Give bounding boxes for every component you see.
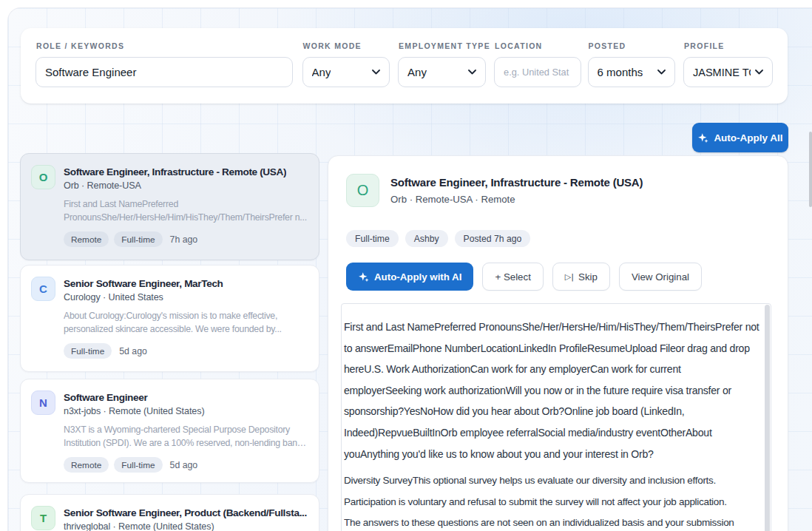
sparkle-icon (358, 271, 369, 283)
job-company: Curology · United States (64, 292, 223, 302)
job-detail-panel: O Software Engineer, Infrastructure - Re… (328, 155, 788, 531)
work-mode-label: WORK MODE (303, 41, 390, 50)
skip-icon: ▷| (565, 272, 574, 282)
skip-button[interactable]: ▷| Skip (552, 263, 610, 291)
job-company: n3xt-jobs · Remote (United States) (64, 406, 204, 416)
job-card[interactable]: O Software Engineer, Infrastructure - Re… (20, 153, 319, 260)
job-card[interactable]: C Senior Software Engineer, MarTech Curo… (20, 265, 319, 372)
chevron-down-icon (755, 70, 763, 75)
work-mode-select[interactable]: Any (302, 57, 390, 87)
company-avatar: N (31, 390, 55, 415)
location-label: LOCATION (495, 41, 581, 50)
tag-fulltime: Full-time (114, 231, 162, 247)
tag-remote: Remote (64, 231, 109, 247)
detail-job-subtitle: Orb · Remote-USA · Remote (390, 194, 643, 205)
job-card[interactable]: N Software Engineer n3xt-jobs · Remote (… (20, 379, 319, 483)
posted-label: POSTED (589, 41, 675, 50)
tag-remote: Remote (64, 457, 109, 473)
badge-posted: Posted 7h ago (455, 230, 531, 247)
filter-bar: ROLE / KEYWORDS WORK MODE Any EMPLOYMENT… (21, 28, 788, 104)
badge-source: Ashby (405, 230, 448, 247)
job-title: Software Engineer, Infrastructure - Remo… (64, 165, 286, 177)
job-company: thriveglobal · Remote (United States) (64, 521, 307, 531)
job-age: 5d ago (119, 346, 147, 356)
job-title: Software Engineer (64, 390, 204, 403)
job-description: N3XT is a Wyoming-chartered Special Purp… (64, 423, 308, 450)
location-input[interactable] (494, 57, 581, 87)
job-age: 5d ago (170, 460, 198, 470)
role-keywords-input[interactable] (35, 57, 293, 87)
job-description: About Curology:Curology's mission is to … (64, 309, 308, 336)
view-original-button[interactable]: View Original (619, 263, 702, 291)
company-avatar: O (31, 165, 55, 189)
sparkle-icon (697, 132, 708, 143)
page-scrollbar[interactable] (809, 132, 812, 207)
job-company: Orb · Remote-USA (64, 180, 286, 191)
company-avatar: T (31, 506, 55, 530)
employment-type-label: EMPLOYMENT TYPE (399, 41, 486, 50)
textbox-scrollbar[interactable] (765, 305, 770, 531)
profile-select[interactable]: JASMINE TO (683, 57, 773, 87)
job-card[interactable]: T Senior Software Engineer, Product (Bac… (20, 494, 319, 531)
detail-job-title: Software Engineer, Infrastructure - Remo… (390, 176, 643, 189)
form-text-paragraph: Diversity SurveyThis optional survey hel… (344, 470, 763, 531)
posted-select[interactable]: 6 months (588, 57, 675, 87)
form-text-paragraph: First and Last NamePreferred PronounsShe… (344, 317, 763, 464)
company-avatar: O (346, 174, 379, 207)
auto-apply-with-ai-button[interactable]: Auto-Apply with AI (346, 263, 473, 291)
company-avatar: C (31, 277, 55, 301)
profile-label: PROFILE (684, 41, 773, 50)
employment-type-select[interactable]: Any (398, 57, 486, 87)
job-age: 7h ago (170, 234, 198, 245)
badge-fulltime: Full-time (346, 230, 399, 247)
tag-fulltime: Full-time (64, 343, 112, 359)
chevron-down-icon (468, 70, 476, 75)
application-form-text[interactable]: First and Last NamePreferred PronounsShe… (341, 303, 771, 531)
job-title: Senior Software Engineer, MarTech (64, 277, 223, 289)
chevron-down-icon (657, 70, 666, 75)
auto-apply-all-button[interactable]: Auto-Apply All (692, 123, 788, 152)
chevron-down-icon (372, 70, 380, 75)
job-description: First and Last NamePreferred PronounsShe… (64, 197, 308, 224)
role-keywords-label: ROLE / KEYWORDS (36, 41, 293, 50)
job-title: Senior Software Engineer, Product (Backe… (64, 506, 307, 518)
select-button[interactable]: + Select (482, 263, 543, 291)
auto-apply-all-label: Auto-Apply All (714, 132, 782, 143)
tag-fulltime: Full-time (114, 457, 162, 473)
